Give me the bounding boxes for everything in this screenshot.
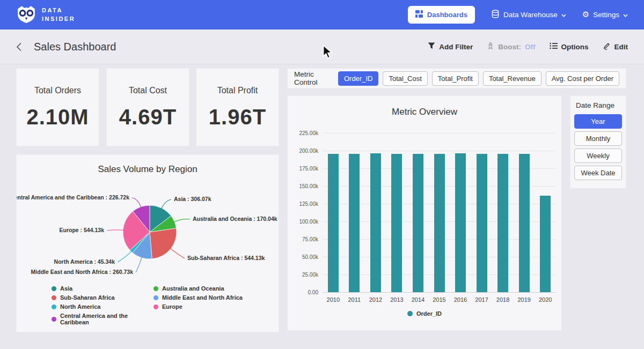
x-axis-tick-label: 2011 [343,296,365,303]
settings-menu[interactable]: ⚙ Settings [582,11,628,19]
owl-logo-icon [16,4,36,26]
y-axis-tick-label: 175.00k [292,166,318,172]
kpi-value: 1.96T [209,105,266,129]
x-axis-tick-label: 2016 [450,296,471,303]
date-range-option-monthly[interactable]: Monthly [574,131,622,146]
brand-logo[interactable]: DATA INSIDER [16,4,75,26]
legend-item-asia[interactable]: Asia [52,285,153,292]
x-axis-tick-label: 2012 [365,296,386,303]
legend-item-europe[interactable]: Europe [153,303,243,310]
bar-2013[interactable] [391,154,402,292]
dashboard-canvas: Total Orders 2.10M Total Cost 4.69T Tota… [0,64,644,349]
pie-label-leader [174,219,190,222]
bar-2016[interactable] [455,153,466,292]
pie-label-leader [118,251,131,262]
legend-label: Middle East and North Africa [162,294,243,301]
legend-item-north-america[interactable]: North America [52,303,153,310]
bar-2012[interactable] [370,153,381,292]
bar-2015[interactable] [434,154,445,292]
metric-option-avg-cost-per-order[interactable]: Avg. Cost per Order [546,71,619,86]
bar-chart: 225.00k200.00k175.00k150.00k125.00k100.0… [288,96,561,330]
bar-2010[interactable] [328,154,339,292]
date-range-panel: Date Range YearMonthlyWeeklyWeek Date [570,95,626,189]
brand-text: DATA INSIDER [42,6,75,24]
legend-label: Central America and the Caribbean [60,313,153,325]
date-range-option-weekly[interactable]: Weekly [574,148,622,163]
gridline [323,133,556,133]
y-axis-tick-label: 200.00k [292,148,318,154]
x-axis-tick-label: 2020 [535,296,556,303]
legend-item-sub-saharan-africa[interactable]: Sub-Saharan Africa [52,294,153,301]
gridline [323,151,556,151]
bar-2018[interactable] [497,154,508,292]
legend-dot [153,295,158,300]
legend-item-central-america-and-the-caribbean[interactable]: Central America and the Caribbean [52,313,153,325]
gridline [323,292,556,293]
add-filter-button[interactable]: Add Filter [428,42,473,51]
options-list-icon [550,42,558,51]
back-button[interactable] [16,42,22,51]
y-axis-tick-label: 0.00 [292,289,318,295]
x-axis-tick-label: 2017 [471,296,493,303]
legend-dot [52,295,56,300]
kpi-card-total-cost: Total Cost 4.69T [106,68,189,146]
options-button[interactable]: Options [550,42,589,51]
y-axis-tick-label: 225.00k [292,130,318,136]
top-navbar: DATA INSIDER Dashboards [0,0,644,29]
legend-label: Order_ID [416,310,442,317]
pie-label-north-america: North America : 45.34k [54,258,115,265]
y-axis-tick-label: 100.00k [292,219,318,225]
boost-toggle[interactable]: Boost: Off [487,42,535,51]
pencil-icon [603,42,611,51]
dashboards-grid-icon [415,10,423,19]
pie-label-middle-east-and-north-africa: Middle East and North Africa : 260.73k [31,269,134,275]
bar-legend-order-id[interactable]: Order_ID [288,310,561,317]
y-axis-tick-label: 50.00k [292,254,318,260]
legend-label: North America [60,303,100,310]
chevron-down-icon [561,11,566,19]
pie-label-sub-saharan-africa: Sub-Saharan Africa : 544.13k [187,255,265,261]
y-axis-tick-label: 150.00k [292,183,318,189]
kpi-label: Total Cost [129,86,167,95]
date-range-option-year[interactable]: Year [574,114,622,129]
dashboards-button[interactable]: Dashboards [408,6,475,24]
bar-2017[interactable] [477,154,487,292]
metric-option-total-cost[interactable]: Total_Cost [383,71,427,86]
legend-label: Sub-Saharan Africa [60,294,115,301]
pie-slice-sub-saharan-africa[interactable] [150,228,177,259]
pie-legend: AsiaAustralia and OceaniaSub-Saharan Afr… [52,285,243,325]
legend-item-australia-and-oceania[interactable]: Australia and Oceania [153,285,243,292]
kpi-value: 2.10M [26,105,89,129]
legend-dot [52,305,56,309]
bar-2020[interactable] [540,196,551,292]
x-axis-tick-label: 2015 [429,296,450,303]
legend-item-middle-east-and-north-africa[interactable]: Middle East and North Africa [153,294,243,301]
page-title: Sales Dashboard [34,41,116,53]
metric-option-total-profit[interactable]: Total_Profit [432,71,479,86]
bar-chart-panel: Metric Overview 225.00k200.00k175.00k150… [287,95,562,331]
metric-control-bar: Metric Control Order_IDTotal_CostTotal_P… [287,68,626,88]
pie-label-leader [136,257,142,272]
bar-2011[interactable] [349,154,360,292]
legend-dot [153,305,158,309]
x-axis-tick-label: 2014 [407,296,429,303]
pie-chart-panel: Sales Volume by Region Asia : 306.07kAus… [16,154,279,332]
chevron-down-icon [623,11,628,19]
x-axis-tick-label: 2010 [323,296,344,303]
data-warehouse-menu[interactable]: Data Warehouse [491,10,566,20]
pie-label-central-america-and-the-caribbean: Central America and the Caribbean : 226.… [17,194,129,201]
legend-label: Europe [162,303,182,310]
metric-option-order-id[interactable]: Order_ID [338,71,378,86]
kpi-label: Total Orders [34,86,81,95]
date-range-label: Date Range [574,101,622,109]
bar-2019[interactable] [519,154,530,292]
bar-2014[interactable] [413,154,423,292]
date-range-option-week-date[interactable]: Week Date [574,166,622,180]
pie-label-leader [170,249,185,259]
metric-option-total-revenue[interactable]: Total_Revenue [483,71,541,86]
y-axis-tick-label: 25.00k [292,272,318,278]
pie-label-leader [132,198,141,207]
pie-label-australia-and-oceania: Australia and Oceania : 170.04k [193,216,277,222]
metric-control-buttons: Order_IDTotal_CostTotal_ProfitTotal_Reve… [338,71,619,86]
edit-button[interactable]: Edit [603,42,628,51]
